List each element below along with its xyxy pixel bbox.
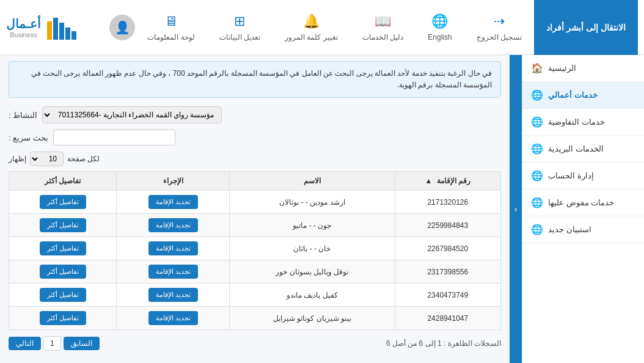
more-details-button[interactable]: تفاصيل أكثر <box>40 288 86 302</box>
cell-details: تفاصيل أكثر <box>9 284 117 307</box>
abshir-afrad-button[interactable]: الانتقال إلى أبشر أفراد <box>534 0 638 55</box>
main-layout: الرئيسية 🏠 خدمات أعمالي 🌐 خدمات التفاوضي… <box>0 55 644 363</box>
cell-action: تجديد الإقامة <box>117 191 230 214</box>
table-row: 2259984843 جون - - ماتيو تجديد الإقامة ت… <box>9 214 501 237</box>
logo-bars <box>47 15 76 40</box>
cell-name: نوقل وياليل بسوثان خور <box>230 260 395 284</box>
table-row: 2317398556 نوقل وياليل بسوثان خور تجديد … <box>9 260 501 284</box>
search-input[interactable] <box>53 130 175 145</box>
perpage-label: إظهار <box>9 155 26 163</box>
cell-name: خان - - باثان <box>230 237 395 260</box>
perpage-label2: لكل صفحة <box>67 155 100 163</box>
logout-icon: ⇢ <box>494 13 505 29</box>
pagination-info: السجلات الظاهرة : 1 إلى 6 من أصل 6 <box>386 339 501 348</box>
postal-label: الخدمات البريدية <box>548 144 604 153</box>
services-guide-button[interactable]: 📖 دليل الخدمات <box>350 7 415 48</box>
prev-page-button[interactable]: السابق <box>64 337 100 350</box>
table-row: 2340473749 كفيل ياديف ماندو تجديد الإقام… <box>9 284 501 307</box>
more-details-button[interactable]: تفاصيل أكثر <box>40 265 86 279</box>
activity-filter-row: مؤسسة رواي القمه الخضراء التجارية -70113… <box>9 106 501 123</box>
info-box: في حال الرغبة بتنفيذ خدمة لأحد العمالة ي… <box>9 61 501 98</box>
pagination-buttons: السابق 1 التالي <box>9 336 100 351</box>
cell-details: تفاصيل أكثر <box>9 237 117 260</box>
cell-details: تفاصيل أكثر <box>9 191 117 214</box>
sidebar-toggle[interactable]: ‹ <box>510 55 522 363</box>
renew-iqama-button[interactable]: تجديد الإقامة <box>148 288 198 302</box>
survey-label: استبيان جديد <box>548 225 591 234</box>
nav-buttons-left: الانتقال إلى أبشر أفراد ⇢ تسجيل الخروج 🌐… <box>109 0 638 55</box>
cell-name: كفيل ياديف ماندو <box>230 284 395 307</box>
renew-iqama-button[interactable]: تجديد الإقامة <box>148 241 198 255</box>
english-button[interactable]: 🌐 English <box>415 7 464 48</box>
more-details-button[interactable]: تفاصيل أكثر <box>40 311 86 325</box>
cell-iqama: 2340473749 <box>395 284 500 307</box>
cell-iqama: 2267984520 <box>395 237 500 260</box>
bell-icon: 🔔 <box>303 13 320 29</box>
sidebar-item-account[interactable]: إدارة الحساب 🌐 <box>522 163 644 189</box>
sidebar-item-negotiation[interactable]: خدمات التفاوضية 🌐 <box>522 109 644 136</box>
cell-action: تجديد الإقامة <box>117 237 230 260</box>
cell-iqama: 2317398556 <box>395 260 500 284</box>
col-header-action: الإجراء <box>117 172 230 191</box>
more-details-button[interactable]: تفاصيل أكثر <box>40 195 86 209</box>
monitor-icon: 🖥 <box>164 13 178 29</box>
sidebar-item-home[interactable]: الرئيسية 🏠 <box>522 55 644 82</box>
sidebar: الرئيسية 🏠 خدمات أعمالي 🌐 خدمات التفاوضي… <box>522 55 644 363</box>
perpage-row: لكل صفحة 10 25 50 إظهار <box>9 152 501 166</box>
cell-iqama: 2171320126 <box>395 191 500 214</box>
grid-icon: ⊞ <box>234 13 245 29</box>
cell-details: تفاصيل أكثر <box>9 214 117 237</box>
business-services-label: خدمات أعمالي <box>548 90 598 100</box>
book-icon: 📖 <box>375 13 391 29</box>
cell-details: تفاصيل أكثر <box>9 307 117 330</box>
content-area: في حال الرغبة بتنفيذ خدمة لأحد العمالة ي… <box>0 55 510 363</box>
next-page-button[interactable]: التالي <box>9 337 41 350</box>
search-label: بحث سريع : <box>9 133 48 142</box>
dashboard-button[interactable]: 🖥 لوحة المعلومات <box>135 7 207 48</box>
table-row: 2267984520 خان - - باثان تجديد الإقامة ت… <box>9 237 501 260</box>
cell-details: تفاصيل أكثر <box>9 260 117 284</box>
sidebar-item-survey[interactable]: استبيان جديد 🌐 <box>522 216 644 243</box>
negotiation-label: خدمات التفاوضية <box>548 117 605 127</box>
account-icon: 🌐 <box>531 170 543 182</box>
business-icon: 🌐 <box>531 89 543 101</box>
pagination-row: السجلات الظاهرة : 1 إلى 6 من أصل 6 الساب… <box>9 336 501 351</box>
delegated-icon: 🌐 <box>531 197 543 208</box>
sidebar-item-postal[interactable]: الخدمات البريدية 🌐 <box>522 136 644 163</box>
activity-select[interactable]: مؤسسة رواي القمه الخضراء التجارية -70113… <box>42 106 222 123</box>
employees-table: رقم الإقامة ▲ الاسم الإجراء تفاصيل أكثر <box>9 171 501 330</box>
logo-area: أعـمال Business <box>6 15 76 40</box>
cell-action: تجديد الإقامة <box>117 214 230 237</box>
logo-text-block: أعـمال Business <box>6 16 41 38</box>
sidebar-item-business-services[interactable]: خدمات أعمالي 🌐 <box>522 82 644 109</box>
renew-iqama-button[interactable]: تجديد الإقامة <box>148 218 198 232</box>
logout-button[interactable]: ⇢ تسجيل الخروج <box>464 7 534 48</box>
cell-action: تجديد الإقامة <box>117 307 230 330</box>
renew-iqama-button[interactable]: تجديد الإقامة <box>148 265 198 279</box>
perpage-select[interactable]: 10 25 50 <box>30 152 64 166</box>
renew-iqama-button[interactable]: تجديد الإقامة <box>148 195 198 209</box>
top-navigation: الانتقال إلى أبشر أفراد ⇢ تسجيل الخروج 🌐… <box>0 0 644 55</box>
update-data-button[interactable]: ⊞ تعديل البيانات <box>207 7 273 48</box>
renew-iqama-button[interactable]: تجديد الإقامة <box>148 311 198 325</box>
globe-icon: 🌐 <box>431 13 448 29</box>
change-password-button[interactable]: 🔔 تغيير كلمة المرور <box>273 7 350 48</box>
cell-name: ارشد مودين - - بوثالان <box>230 191 395 214</box>
home-icon: 🏠 <box>531 62 543 74</box>
cell-iqama: 2259984843 <box>395 214 500 237</box>
delegated-label: خدمات مفوض عليها <box>548 198 614 207</box>
current-page: 1 <box>43 336 61 351</box>
table-row: 2171320126 ارشد مودين - - بوثالان تجديد … <box>9 191 501 214</box>
more-details-button[interactable]: تفاصيل أكثر <box>40 218 86 232</box>
cell-iqama: 2428941047 <box>395 307 500 330</box>
table-row: 2428941047 بينو شيربان كوناثو شيرايل تجد… <box>9 307 501 330</box>
col-header-iqama: رقم الإقامة ▲ <box>395 172 500 191</box>
more-details-button[interactable]: تفاصيل أكثر <box>40 241 86 255</box>
activity-label: النشاط : <box>9 111 37 120</box>
search-row: بحث سريع : <box>9 130 501 145</box>
sidebar-item-delegated[interactable]: خدمات مفوض عليها 🌐 <box>522 189 644 216</box>
cell-name: جون - - ماتيو <box>230 214 395 237</box>
cell-action: تجديد الإقامة <box>117 260 230 284</box>
avatar: 👤 <box>109 15 135 40</box>
cell-name: بينو شيربان كوناثو شيرايل <box>230 307 395 330</box>
